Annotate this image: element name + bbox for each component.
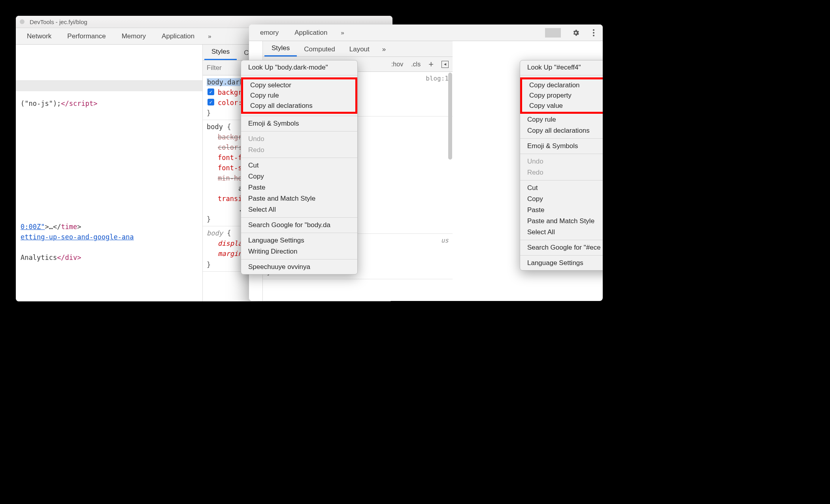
tab-memory[interactable]: emory [252, 29, 287, 37]
ctx-copy[interactable]: Copy [241, 171, 357, 182]
main-tab-strip: emory Application » [249, 24, 603, 41]
context-menu: Look Up "#eceff4" Copy declaration Copy … [520, 60, 603, 271]
scrollbar[interactable] [448, 73, 452, 160]
tabs-overflow[interactable]: » [202, 33, 217, 39]
ctx-paste-match[interactable]: Paste and Match Style [520, 216, 603, 227]
settings-icon[interactable] [564, 29, 588, 37]
ctx-cut[interactable]: Cut [520, 182, 603, 194]
highlight-copy-options: Copy declaration Copy property Copy valu… [520, 77, 603, 114]
toggle-declaration-checkbox[interactable] [208, 88, 214, 95]
ctx-paste-match[interactable]: Paste and Match Style [241, 193, 357, 204]
tab-network[interactable]: Network [19, 32, 59, 40]
tabs-overflow[interactable]: » [335, 29, 349, 36]
ctx-copy-selector[interactable]: Copy selector [243, 80, 355, 90]
ctx-copy-property[interactable]: Copy property [522, 90, 603, 101]
ctx-emoji[interactable]: Emoji & Symbols [241, 118, 357, 129]
ctx-search-google[interactable]: Search Google for "#ece [520, 242, 603, 253]
elements-pane: ("no-js");</script> 0:00Z">…</time> etti… [16, 45, 203, 301]
ctx-copy-all-declarations[interactable]: Copy all declarations [243, 101, 355, 111]
ctx-paste[interactable]: Paste [241, 182, 357, 193]
toggle-pane-icon[interactable] [441, 61, 449, 68]
ctx-paste[interactable]: Paste [520, 205, 603, 216]
ctx-search-google[interactable]: Search Google for "body.da [241, 220, 357, 231]
source-code[interactable]: ("no-js");</script> 0:00Z">…</time> etti… [16, 45, 202, 273]
ctx-copy-value[interactable]: Copy value [522, 101, 603, 111]
tab-memory[interactable]: Memory [114, 32, 154, 40]
subtab-styles[interactable]: Styles [204, 45, 237, 60]
subtab-layout[interactable]: Layout [342, 42, 377, 56]
ctx-select-all[interactable]: Select All [520, 227, 603, 238]
highlight-copy-options: Copy selector Copy rule Copy all declara… [241, 77, 357, 114]
ctx-cut[interactable]: Cut [241, 160, 357, 171]
ctx-copy-rule[interactable]: Copy rule [243, 90, 355, 101]
svg-point-4 [593, 32, 594, 34]
tab-performance[interactable]: Performance [59, 32, 113, 40]
ctx-writing-direction[interactable]: Writing Direction [241, 246, 357, 257]
ctx-emoji[interactable]: Emoji & Symbols [520, 141, 603, 152]
ctx-select-all[interactable]: Select All [241, 204, 357, 215]
window-title: DevTools - jec.fyi/blog [30, 16, 87, 28]
ctx-copy-rule[interactable]: Copy rule [520, 114, 603, 125]
kebab-icon[interactable] [588, 29, 600, 37]
subtabs-overflow[interactable]: » [377, 42, 391, 56]
svg-point-5 [593, 35, 594, 36]
subtab-computed[interactable]: Computed [297, 42, 342, 56]
traffic-light[interactable] [20, 19, 25, 24]
link-seo[interactable]: etting-up-seo-and-google-ana [21, 233, 134, 241]
ctx-undo: Undo [520, 156, 603, 167]
ctx-redo: Redo [241, 145, 357, 156]
ctx-lookup[interactable]: Look Up "body.dark-mode" [241, 62, 357, 73]
ctx-speech[interactable]: Speechuuye ovvinya [241, 261, 357, 273]
cls-toggle[interactable]: .cls [407, 61, 424, 68]
ctx-language-settings[interactable]: Language Settings [520, 258, 603, 269]
ctx-copy-declaration[interactable]: Copy declaration [522, 80, 603, 90]
tab-application[interactable]: Application [287, 29, 335, 37]
ctx-redo: Redo [520, 167, 603, 178]
toggle-declaration-checkbox[interactable] [208, 99, 214, 105]
new-rule-button[interactable]: + [424, 59, 438, 70]
ctx-undo: Undo [241, 134, 357, 145]
context-menu: Look Up "body.dark-mode" Copy selector C… [241, 60, 358, 275]
tab-application[interactable]: Application [154, 32, 202, 40]
ctx-lookup[interactable]: Look Up "#eceff4" [520, 62, 603, 73]
hov-toggle[interactable]: :hov [387, 61, 407, 68]
ctx-copy[interactable]: Copy [520, 194, 603, 205]
subtab-styles[interactable]: Styles [264, 41, 297, 56]
svg-point-3 [593, 29, 594, 31]
ctx-copy-all-declarations[interactable]: Copy all declarations [520, 125, 603, 136]
ctx-language-settings[interactable]: Language Settings [241, 235, 357, 246]
